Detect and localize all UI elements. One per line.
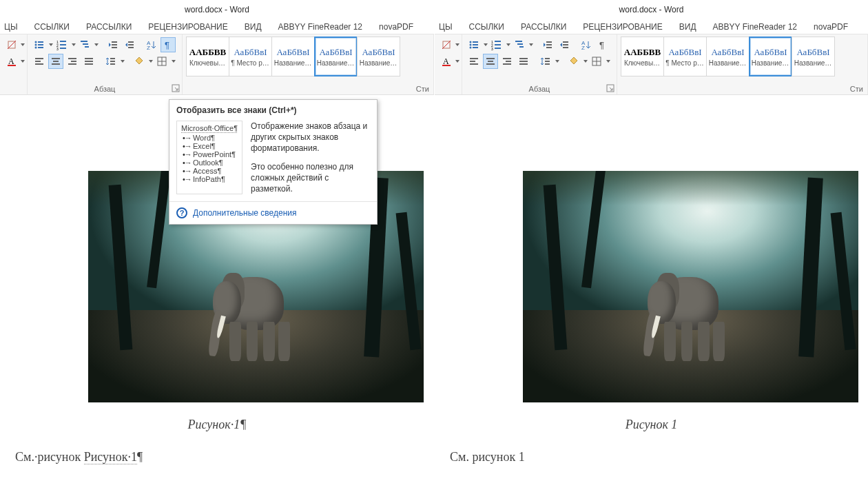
decrease-indent-button[interactable] xyxy=(105,37,121,52)
justify-button[interactable] xyxy=(81,54,96,69)
cross-reference-text[interactable]: См.·рисунок Рисунок·1¶ xyxy=(15,450,434,464)
style-cell[interactable]: АаБбВвIНазвание… xyxy=(792,37,835,76)
font-group-partial: A xyxy=(0,34,28,94)
multilevel-dropdown[interactable] xyxy=(528,37,533,52)
increase-indent-button[interactable] xyxy=(122,37,137,52)
align-left-button[interactable] xyxy=(32,54,47,69)
line-spacing-button[interactable] xyxy=(538,54,553,69)
show-marks-button[interactable]: ¶ xyxy=(595,37,610,52)
tooltip-desc-2: Это особенно полезно для сложных действи… xyxy=(251,161,370,195)
cross-reference-text[interactable]: См. рисунок 1 xyxy=(450,450,868,464)
line-spacing-dropdown[interactable] xyxy=(120,54,125,69)
image-caption[interactable]: Рисунок 1 xyxy=(435,418,868,432)
image-caption[interactable]: Рисунок·1¶ xyxy=(0,418,434,432)
tab-view[interactable]: ВИД xyxy=(245,22,262,32)
multilevel-button[interactable] xyxy=(77,37,92,52)
line-spacing-dropdown[interactable] xyxy=(555,54,559,69)
document-area: Рисунок 1 См. рисунок 1 xyxy=(435,171,868,464)
decrease-indent-button[interactable] xyxy=(540,37,555,52)
svg-text:A: A xyxy=(581,40,586,46)
clear-formatting-dropdown[interactable] xyxy=(455,37,459,52)
style-cell[interactable]: ААББВВКлючевы… xyxy=(186,37,229,76)
clear-formatting-dropdown[interactable] xyxy=(21,37,25,52)
bullets-button[interactable] xyxy=(466,37,482,52)
numbering-button[interactable]: 123 xyxy=(489,37,504,52)
sort-button[interactable]: AZ xyxy=(579,37,594,52)
align-right-button[interactable] xyxy=(499,54,515,69)
borders-dropdown[interactable] xyxy=(171,54,176,69)
svg-rect-38 xyxy=(85,63,93,65)
tab-partial[interactable]: ЦЫ xyxy=(439,22,453,32)
tab-mailings[interactable]: РАССЫЛКИ xyxy=(521,22,566,32)
styles-group: ААББВВКлючевы…АаБбВвI¶ Место р…АаБбВвIНа… xyxy=(183,34,434,94)
bullets-dropdown[interactable] xyxy=(48,37,53,52)
svg-rect-54 xyxy=(473,47,478,48)
svg-rect-32 xyxy=(52,63,60,65)
style-cell[interactable]: АаБбВвIНазвание… xyxy=(314,37,358,76)
font-color-button[interactable]: A xyxy=(439,54,454,69)
svg-rect-16 xyxy=(83,43,88,45)
svg-rect-19 xyxy=(112,44,117,45)
ref-field[interactable]: Рисунок·1 xyxy=(84,450,137,464)
numbering-dropdown[interactable] xyxy=(506,37,510,52)
ref-pilcrow: ¶ xyxy=(137,450,143,464)
clear-formatting-button[interactable] xyxy=(4,37,19,52)
tab-abbyy[interactable]: ABBYY FineReader 12 xyxy=(278,22,363,32)
style-cell[interactable]: АаБбВвI¶ Место р… xyxy=(229,37,272,76)
multilevel-button[interactable] xyxy=(512,37,527,52)
borders-dropdown[interactable] xyxy=(606,54,610,69)
align-center-button[interactable] xyxy=(48,54,63,69)
numbering-dropdown[interactable] xyxy=(71,37,76,52)
style-cell[interactable]: АаБбВвIНазвание… xyxy=(271,37,315,76)
style-cell[interactable]: АаБбВвIНазвание… xyxy=(357,37,400,76)
align-center-button[interactable] xyxy=(483,54,498,69)
title-bar: word.docx - Word xyxy=(435,0,868,19)
tab-view[interactable]: ВИД xyxy=(679,22,696,32)
tooltip-sample-item: Word¶ xyxy=(183,134,238,142)
font-color-dropdown[interactable] xyxy=(455,54,459,69)
svg-rect-21 xyxy=(128,41,134,43)
align-left-button[interactable] xyxy=(466,54,482,69)
shading-dropdown[interactable] xyxy=(148,54,153,69)
align-right-button[interactable] xyxy=(65,54,80,69)
tab-review[interactable]: РЕЦЕНЗИРОВАНИЕ xyxy=(583,22,662,32)
bullets-button[interactable] xyxy=(32,37,47,52)
style-cell[interactable]: ААББВВКлючевы… xyxy=(621,37,664,76)
tab-links[interactable]: ССЫЛКИ xyxy=(469,22,504,32)
line-spacing-button[interactable] xyxy=(103,54,118,69)
borders-button[interactable] xyxy=(589,54,604,69)
tab-partial[interactable]: ЦЫ xyxy=(4,22,18,32)
shading-button[interactable] xyxy=(566,54,581,69)
multilevel-dropdown[interactable] xyxy=(94,37,99,52)
tab-review[interactable]: РЕЦЕНЗИРОВАНИЕ xyxy=(148,22,227,32)
tab-abbyy[interactable]: ABBYY FineReader 12 xyxy=(713,22,798,32)
paragraph-dialog-launcher[interactable] xyxy=(172,84,180,92)
tooltip-more-link[interactable]: ? Дополнительные сведения xyxy=(169,201,377,224)
font-color-button[interactable]: A xyxy=(4,54,19,69)
sort-button[interactable]: AZ xyxy=(144,37,159,52)
shading-button[interactable] xyxy=(132,54,147,69)
tab-links[interactable]: ССЫЛКИ xyxy=(34,22,70,32)
styles-label: Сти xyxy=(617,85,867,93)
document-image[interactable] xyxy=(523,171,858,402)
tab-novapdf[interactable]: novaPDF xyxy=(379,22,413,32)
justify-button[interactable] xyxy=(516,54,531,69)
show-marks-button[interactable]: ¶ xyxy=(161,37,176,52)
font-color-dropdown[interactable] xyxy=(21,54,25,69)
clear-formatting-button[interactable] xyxy=(439,37,454,52)
svg-text:Z: Z xyxy=(581,45,585,50)
style-cell[interactable]: АаБбВвIНазвание… xyxy=(749,37,792,76)
svg-rect-63 xyxy=(519,46,524,48)
paragraph-dialog-launcher[interactable] xyxy=(606,84,614,92)
svg-rect-77 xyxy=(488,61,493,62)
style-cell[interactable]: АаБбВвI¶ Место р… xyxy=(663,37,707,76)
increase-indent-button[interactable] xyxy=(557,37,572,52)
tab-mailings[interactable]: РАССЫЛКИ xyxy=(86,22,132,32)
tab-novapdf[interactable]: novaPDF xyxy=(814,22,848,32)
style-cell[interactable]: АаБбВвIНазвание… xyxy=(706,37,750,76)
numbering-button[interactable]: 123 xyxy=(54,37,70,52)
svg-text:1: 1 xyxy=(491,40,493,44)
borders-button[interactable] xyxy=(154,54,169,69)
bullets-dropdown[interactable] xyxy=(483,37,488,52)
shading-dropdown[interactable] xyxy=(583,54,588,69)
